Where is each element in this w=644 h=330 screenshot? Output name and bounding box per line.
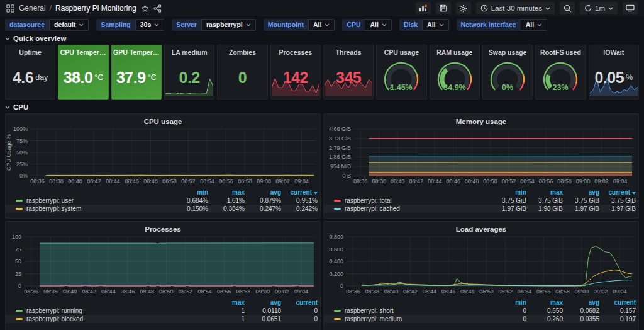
legend-header-avg[interactable]: avg xyxy=(245,189,281,196)
legend-header-max[interactable]: max xyxy=(526,189,563,196)
dashboards-grid-icon[interactable] xyxy=(6,4,14,13)
svg-text:08:42: 08:42 xyxy=(409,178,423,185)
legend-header-min[interactable]: min xyxy=(490,189,526,196)
variable-value-dropdown[interactable]: All xyxy=(365,19,391,31)
stat-title[interactable]: CPU usage xyxy=(384,48,419,56)
legend-header-current[interactable]: current xyxy=(281,189,318,196)
variable-cpu[interactable]: CPUAll xyxy=(342,19,392,31)
variable-value-dropdown[interactable]: 30s xyxy=(135,19,165,31)
variable-value-dropdown[interactable]: All xyxy=(308,19,335,31)
stat-title[interactable]: LA medium xyxy=(172,48,208,56)
legend-header-current[interactable]: current xyxy=(599,189,636,196)
share-icon[interactable] xyxy=(153,4,162,13)
variable-server[interactable]: Serverraspberrypi xyxy=(172,19,255,31)
variable-mountpoint[interactable]: MountpointAll xyxy=(264,19,335,31)
add-panel-button[interactable] xyxy=(416,2,431,14)
time-range-picker[interactable]: Last 30 minutes xyxy=(476,2,555,14)
svg-text:4.66 GiB: 4.66 GiB xyxy=(329,127,351,132)
legend-header: minmaxavgcurrent xyxy=(324,298,636,307)
variable-value-dropdown[interactable]: raspberrypi xyxy=(201,19,256,31)
stat-title[interactable]: Processes xyxy=(279,48,313,56)
stat-title[interactable]: RootFS used xyxy=(540,48,581,56)
stat-panel-processes: Processes142 xyxy=(270,45,321,100)
variable-network-interface[interactable]: Network interfaceAll xyxy=(457,19,548,31)
memory-usage-plot: 08:3608:3808:4008:4208:4408:4608:4808:50… xyxy=(324,127,638,185)
variable-sampling[interactable]: Sampling30s xyxy=(96,19,164,31)
legend-series-name[interactable]: raspberrypi: system xyxy=(16,205,172,212)
svg-text:08:36: 08:36 xyxy=(24,288,38,295)
svg-text:08:56: 08:56 xyxy=(539,178,553,185)
stat-title[interactable]: IOWait xyxy=(603,48,624,56)
stat-title[interactable]: Zombies xyxy=(229,48,256,56)
legend-value: 0.242% xyxy=(281,205,318,212)
svg-text:08:56: 08:56 xyxy=(219,178,233,185)
stat-title[interactable]: Swap usage xyxy=(489,48,527,56)
legend-series-name[interactable]: raspberrypi: medium xyxy=(334,316,490,322)
breadcrumb-section[interactable]: General xyxy=(19,4,46,13)
stat-title[interactable]: Threads xyxy=(336,48,362,56)
legend-header-avg[interactable]: avg xyxy=(245,299,281,306)
variable-label: Disk xyxy=(399,19,422,31)
panel-title[interactable]: Memory usage xyxy=(324,114,638,127)
save-dashboard-button[interactable] xyxy=(436,2,451,14)
legend-value: 3.75 GiB xyxy=(563,197,599,204)
refresh-button[interactable]: 1m xyxy=(580,2,618,14)
legend-header-avg[interactable]: avg xyxy=(563,189,599,196)
breadcrumb-title[interactable]: Raspberry Pi Monitoring xyxy=(55,4,136,13)
svg-text:08:46: 08:46 xyxy=(121,288,135,295)
panel-title[interactable]: Processes xyxy=(6,222,320,235)
panel-title[interactable]: CPU usage xyxy=(6,114,320,127)
svg-text:08:54: 08:54 xyxy=(200,178,214,185)
clock-icon xyxy=(480,4,488,12)
legend-value: 0.951% xyxy=(281,197,318,204)
panel-title[interactable]: Load averages xyxy=(324,222,638,235)
legend-series-name[interactable]: raspberrypi: blocked xyxy=(16,316,208,322)
stat-title[interactable]: GPU Temperat... xyxy=(113,48,160,56)
chevron-down-icon xyxy=(5,106,10,109)
zoom-out-time-button[interactable] xyxy=(560,2,575,14)
legend-series-name[interactable]: raspberrypi: cached xyxy=(334,205,490,212)
legend-header-current[interactable]: current xyxy=(281,299,318,306)
legend-header-min[interactable]: min xyxy=(490,299,526,306)
legend-value: 0.879% xyxy=(245,197,281,204)
series-color-swatch xyxy=(334,310,341,312)
section-header-cpu[interactable]: CPU xyxy=(0,102,644,112)
dashboard-settings-gear-icon[interactable] xyxy=(456,2,471,14)
legend-header-current[interactable]: current xyxy=(599,299,636,306)
variable-value-dropdown[interactable]: All xyxy=(422,19,448,31)
legend-header-max[interactable]: max xyxy=(208,189,245,196)
legend-header-max[interactable]: max xyxy=(208,299,245,306)
legend-header-max[interactable]: max xyxy=(526,299,563,306)
svg-text:08:38: 08:38 xyxy=(372,178,387,185)
variable-value-dropdown[interactable]: All xyxy=(521,19,547,31)
stat-title[interactable]: CPU Temperat... xyxy=(60,48,107,56)
stat-panel-la-medium: LA medium0.2 xyxy=(164,45,214,100)
legend-header-avg[interactable]: avg xyxy=(563,299,599,306)
stat-title[interactable]: Uptime xyxy=(19,48,42,56)
svg-text:2.79 GiB: 2.79 GiB xyxy=(329,145,351,151)
legend-value: 0.0118 xyxy=(245,307,281,314)
graph-row: CPU usage08:3608:3808:4008:4208:4408:460… xyxy=(5,113,639,219)
stat-value: 0 xyxy=(238,69,247,87)
legend-header: maxavgcurrent xyxy=(6,298,318,307)
load-averages-plot: 08:3608:3808:4008:4208:4408:4608:4808:50… xyxy=(324,235,638,295)
legend-series-name[interactable]: raspberrypi: running xyxy=(16,307,208,314)
sort-caret-icon xyxy=(314,192,318,195)
stat-value-wrap: 37.9°C xyxy=(112,56,161,99)
svg-text:09:00: 09:00 xyxy=(575,288,589,295)
legend-series-name[interactable]: raspberrypi: user xyxy=(16,197,172,204)
section-header-quick-overview[interactable]: Quick overview xyxy=(0,33,644,43)
legend-header-min[interactable]: min xyxy=(172,189,208,196)
variable-datasource[interactable]: datasourcedefault xyxy=(5,19,89,31)
stat-unit: °C xyxy=(148,73,157,82)
variable-disk[interactable]: DiskAll xyxy=(399,19,449,31)
refresh-interval-label: 1m xyxy=(595,4,605,12)
kiosk-tv-icon[interactable] xyxy=(623,2,638,14)
stat-title[interactable]: RAM usage xyxy=(436,48,472,56)
variable-value-dropdown[interactable]: default xyxy=(49,19,89,31)
star-icon[interactable] xyxy=(141,4,149,13)
legend-series-name[interactable]: raspberrypi: total xyxy=(334,197,490,204)
load-averages-chart: 08:3608:3808:4008:4208:4408:4608:4808:50… xyxy=(324,235,638,298)
svg-text:25%: 25% xyxy=(16,161,28,168)
legend-series-name[interactable]: raspberrypi: short xyxy=(334,307,490,314)
